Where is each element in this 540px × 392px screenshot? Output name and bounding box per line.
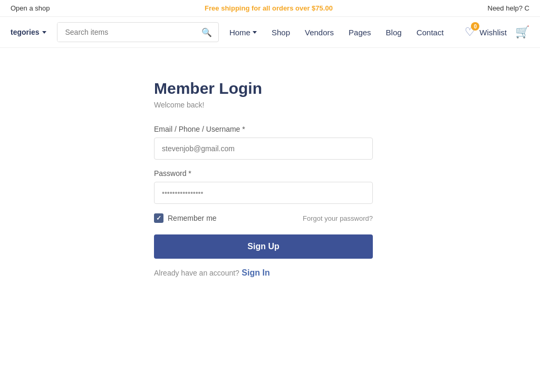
free-shipping-notice: Free shipping for all orders over $75.00 <box>50 4 487 12</box>
nav-item-home[interactable]: Home <box>229 28 257 37</box>
nav-item-blog[interactable]: Blog <box>386 28 402 37</box>
remember-me-group: Remember me <box>154 213 217 223</box>
remember-me-checkbox[interactable] <box>154 213 163 223</box>
sign-up-button[interactable]: Sign Up <box>154 234 373 259</box>
password-field-group: Password * <box>154 169 418 204</box>
form-options-row: Remember me Forgot your password? <box>154 213 373 223</box>
search-button[interactable]: 🔍 <box>195 27 218 37</box>
forgot-password-link[interactable]: Forgot your password? <box>303 214 373 222</box>
password-label: Password * <box>154 169 418 178</box>
categories-label: tegories <box>11 28 39 36</box>
open-shop-link[interactable]: Open a shop <box>11 4 50 12</box>
sign-in-link[interactable]: Sign In <box>242 268 269 277</box>
already-account-text: Already have an account? <box>154 269 239 277</box>
nav-item-vendors[interactable]: Vendors <box>305 28 334 37</box>
email-field-group: Email / Phone / Username * <box>154 125 418 160</box>
login-page: Member Login Welcome back! Email / Phone… <box>112 80 428 278</box>
search-icon: 🔍 <box>201 28 212 37</box>
remember-me-label: Remember me <box>168 214 217 222</box>
wishlist-icon-wrap: ♡ 0 <box>465 25 475 39</box>
nav-item-pages[interactable]: Pages <box>349 28 371 37</box>
email-label: Email / Phone / Username * <box>154 125 418 133</box>
header-actions: ♡ 0 Wishlist 🛒 <box>465 25 529 39</box>
main-nav: Home Shop Vendors Pages Blog Contact <box>229 28 443 37</box>
categories-dropdown[interactable]: tegories <box>11 28 46 36</box>
chevron-down-icon <box>42 31 46 34</box>
wishlist-badge: 0 <box>471 22 479 31</box>
nav-item-shop[interactable]: Shop <box>272 28 290 37</box>
sign-in-prompt: Already have an account? Sign In <box>154 268 418 278</box>
nav-item-contact[interactable]: Contact <box>417 28 444 37</box>
search-input[interactable] <box>57 23 195 42</box>
page-subtitle: Welcome back! <box>154 101 418 109</box>
top-bar: Open a shop Free shipping for all orders… <box>0 0 540 17</box>
password-input[interactable] <box>154 182 373 204</box>
page-title: Member Login <box>154 80 418 97</box>
cart-button[interactable]: 🛒 <box>515 25 529 39</box>
chevron-down-icon <box>253 31 257 34</box>
email-input[interactable] <box>154 138 373 160</box>
wishlist-button[interactable]: ♡ 0 Wishlist <box>465 25 507 39</box>
header: tegories 🔍 Home Shop Vendors Pages Blog … <box>0 17 540 48</box>
need-help-link[interactable]: Need help? C <box>488 4 530 12</box>
login-form: Email / Phone / Username * Password * Re… <box>154 125 418 259</box>
wishlist-label: Wishlist <box>479 28 507 37</box>
search-bar: 🔍 <box>57 22 218 42</box>
